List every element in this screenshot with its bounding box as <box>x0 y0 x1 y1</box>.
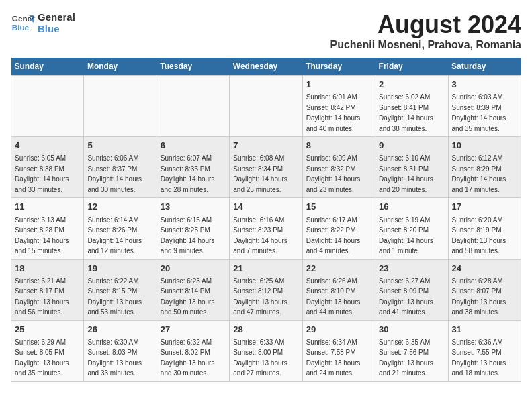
day-info: Sunrise: 6:33 AM Sunset: 8:00 PM Dayligh… <box>233 338 287 377</box>
day-cell: 8Sunrise: 6:09 AM Sunset: 8:32 PM Daylig… <box>302 137 375 198</box>
day-cell: 28Sunrise: 6:33 AM Sunset: 8:00 PM Dayli… <box>230 320 302 381</box>
day-number: 17 <box>452 201 517 213</box>
day-cell <box>230 76 302 137</box>
day-info: Sunrise: 6:12 AM Sunset: 8:29 PM Dayligh… <box>452 154 506 193</box>
title-block: August 2024 Puchenii Mosneni, Prahova, R… <box>330 11 521 51</box>
day-info: Sunrise: 6:22 AM Sunset: 8:15 PM Dayligh… <box>87 277 142 316</box>
day-cell: 21Sunrise: 6:25 AM Sunset: 8:12 PM Dayli… <box>230 259 302 320</box>
day-info: Sunrise: 6:36 AM Sunset: 7:55 PM Dayligh… <box>452 338 506 377</box>
day-number: 14 <box>233 201 298 213</box>
day-number: 7 <box>233 140 298 152</box>
week-row-4: 18Sunrise: 6:21 AM Sunset: 8:17 PM Dayli… <box>11 259 521 320</box>
day-info: Sunrise: 6:08 AM Sunset: 8:34 PM Dayligh… <box>233 154 287 193</box>
day-info: Sunrise: 6:13 AM Sunset: 8:28 PM Dayligh… <box>15 216 69 255</box>
day-info: Sunrise: 6:02 AM Sunset: 8:41 PM Dayligh… <box>379 93 433 132</box>
day-number: 27 <box>161 324 226 336</box>
day-number: 20 <box>161 263 226 275</box>
day-number: 1 <box>306 79 371 91</box>
logo-icon: General Blue <box>11 11 35 35</box>
logo-blue: Blue <box>38 23 75 34</box>
day-number: 13 <box>161 201 226 213</box>
day-cell <box>11 76 84 137</box>
main-title: August 2024 <box>330 11 521 39</box>
day-number: 24 <box>452 263 517 275</box>
week-row-2: 4Sunrise: 6:05 AM Sunset: 8:38 PM Daylig… <box>11 137 521 198</box>
day-cell: 7Sunrise: 6:08 AM Sunset: 8:34 PM Daylig… <box>230 137 302 198</box>
day-info: Sunrise: 6:27 AM Sunset: 8:09 PM Dayligh… <box>379 277 433 316</box>
day-info: Sunrise: 6:35 AM Sunset: 7:56 PM Dayligh… <box>379 338 433 377</box>
day-info: Sunrise: 6:06 AM Sunset: 8:37 PM Dayligh… <box>87 154 142 193</box>
day-cell: 14Sunrise: 6:16 AM Sunset: 8:23 PM Dayli… <box>230 198 302 259</box>
day-cell: 9Sunrise: 6:10 AM Sunset: 8:31 PM Daylig… <box>375 137 448 198</box>
day-number: 3 <box>452 79 517 91</box>
day-number: 11 <box>15 201 80 213</box>
day-info: Sunrise: 6:19 AM Sunset: 8:20 PM Dayligh… <box>379 216 433 255</box>
day-info: Sunrise: 6:28 AM Sunset: 8:07 PM Dayligh… <box>452 277 506 316</box>
day-info: Sunrise: 6:17 AM Sunset: 8:22 PM Dayligh… <box>306 216 361 255</box>
day-info: Sunrise: 6:30 AM Sunset: 8:03 PM Dayligh… <box>87 338 142 377</box>
weekday-header-monday: Monday <box>84 58 157 76</box>
day-info: Sunrise: 6:32 AM Sunset: 8:02 PM Dayligh… <box>161 338 215 377</box>
day-info: Sunrise: 6:09 AM Sunset: 8:32 PM Dayligh… <box>306 154 361 193</box>
day-info: Sunrise: 6:07 AM Sunset: 8:35 PM Dayligh… <box>161 154 215 193</box>
day-cell: 2Sunrise: 6:02 AM Sunset: 8:41 PM Daylig… <box>375 76 448 137</box>
day-cell: 13Sunrise: 6:15 AM Sunset: 8:25 PM Dayli… <box>157 198 229 259</box>
day-cell: 30Sunrise: 6:35 AM Sunset: 7:56 PM Dayli… <box>375 320 448 381</box>
day-cell: 3Sunrise: 6:03 AM Sunset: 8:39 PM Daylig… <box>448 76 521 137</box>
weekday-header-wednesday: Wednesday <box>230 58 302 76</box>
day-cell: 24Sunrise: 6:28 AM Sunset: 8:07 PM Dayli… <box>448 259 521 320</box>
weekday-header-sunday: Sunday <box>11 58 84 76</box>
svg-text:Blue: Blue <box>12 23 30 32</box>
day-cell: 19Sunrise: 6:22 AM Sunset: 8:15 PM Dayli… <box>84 259 157 320</box>
day-info: Sunrise: 6:20 AM Sunset: 8:19 PM Dayligh… <box>452 216 506 255</box>
day-cell: 4Sunrise: 6:05 AM Sunset: 8:38 PM Daylig… <box>11 137 84 198</box>
day-number: 8 <box>306 140 371 152</box>
weekday-header-thursday: Thursday <box>302 58 375 76</box>
day-info: Sunrise: 6:23 AM Sunset: 8:14 PM Dayligh… <box>161 277 215 316</box>
day-number: 26 <box>87 324 152 336</box>
day-number: 23 <box>379 263 444 275</box>
week-row-1: 1Sunrise: 6:01 AM Sunset: 8:42 PM Daylig… <box>11 76 521 137</box>
day-number: 15 <box>306 201 371 213</box>
day-cell: 20Sunrise: 6:23 AM Sunset: 8:14 PM Dayli… <box>157 259 229 320</box>
day-number: 28 <box>233 324 298 336</box>
day-info: Sunrise: 6:05 AM Sunset: 8:38 PM Dayligh… <box>15 154 69 193</box>
week-row-3: 11Sunrise: 6:13 AM Sunset: 8:28 PM Dayli… <box>11 198 521 259</box>
day-number: 6 <box>161 140 226 152</box>
day-info: Sunrise: 6:21 AM Sunset: 8:17 PM Dayligh… <box>15 277 69 316</box>
day-number: 31 <box>452 324 517 336</box>
day-info: Sunrise: 6:03 AM Sunset: 8:39 PM Dayligh… <box>452 93 506 132</box>
weekday-header-row: SundayMondayTuesdayWednesdayThursdayFrid… <box>11 58 521 76</box>
day-info: Sunrise: 6:25 AM Sunset: 8:12 PM Dayligh… <box>233 277 287 316</box>
calendar-table: SundayMondayTuesdayWednesdayThursdayFrid… <box>11 58 521 382</box>
day-cell <box>84 76 157 137</box>
day-cell: 18Sunrise: 6:21 AM Sunset: 8:17 PM Dayli… <box>11 259 84 320</box>
day-number: 4 <box>15 140 80 152</box>
day-cell <box>157 76 229 137</box>
subtitle: Puchenii Mosneni, Prahova, Romania <box>330 39 521 51</box>
weekday-header-tuesday: Tuesday <box>157 58 229 76</box>
weekday-header-saturday: Saturday <box>448 58 521 76</box>
day-cell: 6Sunrise: 6:07 AM Sunset: 8:35 PM Daylig… <box>157 137 229 198</box>
day-number: 9 <box>379 140 444 152</box>
weekday-header-friday: Friday <box>375 58 448 76</box>
day-cell: 5Sunrise: 6:06 AM Sunset: 8:37 PM Daylig… <box>84 137 157 198</box>
day-cell: 15Sunrise: 6:17 AM Sunset: 8:22 PM Dayli… <box>302 198 375 259</box>
day-cell: 25Sunrise: 6:29 AM Sunset: 8:05 PM Dayli… <box>11 320 84 381</box>
day-cell: 27Sunrise: 6:32 AM Sunset: 8:02 PM Dayli… <box>157 320 229 381</box>
day-number: 25 <box>15 324 80 336</box>
header: General Blue General Blue August 2024 Pu… <box>11 11 521 51</box>
day-number: 30 <box>379 324 444 336</box>
day-cell: 22Sunrise: 6:26 AM Sunset: 8:10 PM Dayli… <box>302 259 375 320</box>
calendar-body: 1Sunrise: 6:01 AM Sunset: 8:42 PM Daylig… <box>11 76 521 382</box>
day-number: 12 <box>87 201 152 213</box>
day-number: 19 <box>87 263 152 275</box>
day-info: Sunrise: 6:14 AM Sunset: 8:26 PM Dayligh… <box>87 216 142 255</box>
logo: General Blue General Blue <box>11 11 75 35</box>
day-number: 2 <box>379 79 444 91</box>
day-cell: 1Sunrise: 6:01 AM Sunset: 8:42 PM Daylig… <box>302 76 375 137</box>
day-number: 5 <box>87 140 152 152</box>
svg-text:General: General <box>12 14 35 23</box>
day-number: 16 <box>379 201 444 213</box>
day-cell: 31Sunrise: 6:36 AM Sunset: 7:55 PM Dayli… <box>448 320 521 381</box>
